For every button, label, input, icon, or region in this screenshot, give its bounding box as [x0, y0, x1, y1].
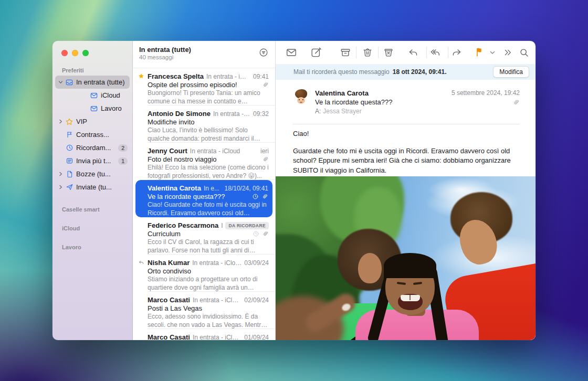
mailbox-label: In entrata - iCloud	[193, 297, 242, 304]
sidebar-item-label: iCloud	[101, 91, 128, 99]
reply-button[interactable]	[404, 45, 422, 60]
search-button[interactable]	[515, 45, 533, 60]
sidebar-item-inviate[interactable]: Inviate (tu...	[55, 181, 130, 194]
archive-button[interactable]	[337, 45, 354, 60]
mailbox-title: In entrata (tutte)	[139, 46, 269, 54]
recipient-name: Jessa Strayer	[323, 108, 361, 115]
more-toolbar-items-button[interactable]	[500, 45, 515, 60]
minimize-button[interactable]	[72, 50, 78, 56]
junk-button[interactable]	[380, 45, 397, 60]
sender: Nisha Kumar	[148, 259, 190, 267]
desktop-wallpaper: Preferiti In entrata (tutte) iCloud Lavo…	[0, 0, 588, 381]
sidebar-item-invia-piu-tardi[interactable]: Invia più t... 1	[55, 154, 130, 167]
time: 01/09/24	[244, 334, 269, 340]
paperclip-icon	[262, 230, 269, 237]
to-label: A:	[315, 108, 321, 115]
body-paragraph: Guardate che foto mi è uscita oggi in Ri…	[293, 146, 520, 175]
modifica-button[interactable]: Modifica	[493, 66, 529, 78]
preview: Ecco, adesso sono invidiosissimo. È da s…	[148, 313, 269, 329]
sender: Antonio De Simone	[148, 110, 211, 118]
message-rows: Francesca SpeltaIn entrata - iCl...09:41…	[133, 68, 275, 340]
clock-icon	[64, 144, 75, 152]
message-list: In entrata (tutte) 40 messaggi Francesca…	[133, 41, 276, 340]
reminder-banner: Mail ti ricorderà questo messaggio 18 ot…	[276, 64, 536, 80]
sidebar-item-in-entrata-tutte[interactable]: In entrata (tutte)	[55, 76, 130, 89]
message-list-header: In entrata (tutte) 40 messaggi	[133, 41, 275, 68]
trash-button[interactable]	[359, 45, 376, 60]
sidebar-section-icloud[interactable]: iCloud	[62, 225, 132, 231]
sidebar-item-label: Inviate (tu...	[76, 183, 128, 191]
sender: Marco Casati	[148, 296, 190, 304]
filter-button[interactable]	[257, 46, 270, 59]
mailbox-label: In entrata - i...	[213, 110, 250, 118]
flag-button[interactable]	[470, 45, 488, 60]
close-button[interactable]	[61, 50, 68, 56]
mail-window: Preferiti In entrata (tutte) iCloud Lavo…	[52, 41, 536, 340]
message-row-marco-casati-2[interactable]: Marco CasatiIn entrata - iCloud01/09/24	[133, 329, 275, 340]
subject: Orto condiviso	[148, 267, 269, 275]
avatar-face	[297, 97, 305, 104]
sidebar-item-bozze[interactable]: Bozze (tu...	[55, 167, 130, 181]
sidebar-section-caselle-smart[interactable]: Caselle smart	[62, 206, 132, 213]
mailbox-label: In entrata - iCloud	[190, 147, 258, 155]
reminder-clock-icon	[253, 230, 259, 237]
mailbox-label: In e...	[204, 185, 222, 192]
message-row-jenny-court[interactable]: Jenny CourtIn entrata - iCloudieri Foto …	[133, 143, 275, 180]
message-date: 5 settembre 2024, 19:42	[452, 89, 520, 97]
message-header: Valentina Carota Ve la ricordate questa?…	[276, 80, 536, 124]
toolbar-separator	[356, 47, 356, 58]
zoom-button[interactable]	[82, 50, 89, 56]
sender: Francesca Spelta	[148, 72, 204, 80]
message-row-francesca-spelta[interactable]: Francesca SpeltaIn entrata - iCl...09:41…	[133, 68, 275, 105]
subject: Ospite del prossimo episodio!	[148, 81, 262, 89]
paperclip-icon	[261, 193, 268, 200]
mailbox-label: In entrata - iCloud	[193, 334, 242, 340]
photo-person-left-face	[358, 253, 382, 283]
paperclip-icon	[262, 81, 269, 88]
flag-menu-chevron-icon[interactable]	[487, 45, 498, 60]
sender: Jenny Court	[148, 147, 187, 155]
sidebar: Preferiti In entrata (tutte) iCloud Lavo…	[52, 41, 133, 340]
star-icon	[64, 118, 75, 126]
subject: Modifiche invito	[148, 118, 269, 126]
body-paragraph: Ciao!	[293, 129, 520, 139]
forward-button[interactable]	[448, 45, 466, 60]
sender-avatar[interactable]	[293, 89, 310, 107]
chevron-right-icon[interactable]	[57, 172, 64, 176]
message-row-antonio-de-simone[interactable]: Antonio De SimoneIn entrata - i...09:32 …	[133, 105, 275, 143]
reply-all-button[interactable]	[426, 45, 444, 60]
message-row-valentina-carota-selected[interactable]: Valentina CarotaIn e...18/10/24, 09:41 V…	[135, 180, 272, 217]
sidebar-item-lavoro-inbox[interactable]: Lavoro	[55, 102, 130, 115]
sidebar-item-ricordamelo[interactable]: Ricordam... 2	[55, 141, 130, 154]
subject: Curriculum	[148, 230, 253, 238]
photo-person-center-tooth-gap	[410, 295, 411, 300]
chevron-right-icon[interactable]	[57, 185, 64, 189]
message-row-nisha-kumar[interactable]: Nisha KumarIn entrata - iCloud03/09/24 O…	[133, 255, 275, 292]
sidebar-item-contrassegnati[interactable]: Contrass...	[55, 128, 130, 141]
replied-arrow-icon	[136, 259, 146, 266]
preview: Buongiorno! Ti presento Tania: un amico …	[148, 89, 269, 105]
chevron-right-icon[interactable]	[57, 119, 64, 124]
sidebar-item-vip[interactable]: VIP	[55, 115, 130, 128]
recipient-line: A:Jessa Strayer	[315, 108, 452, 115]
get-mail-button[interactable]	[282, 45, 300, 60]
subject: Ve la ricordate questa???	[148, 193, 252, 200]
paperclip-icon	[262, 156, 269, 163]
attachment-paperclip-icon	[512, 99, 520, 106]
compose-button[interactable]	[307, 45, 325, 60]
reminder-date: 18 ott 2024, 09:41.	[393, 68, 447, 76]
sidebar-section-lavoro[interactable]: Lavoro	[62, 244, 132, 250]
message-subject: Ve la ricordate questa???	[315, 98, 452, 106]
reading-pane: Mail ti ricorderà questo messaggio 18 ot…	[276, 41, 536, 340]
da-ricordare-badge: DA RICORDARE	[225, 222, 269, 229]
preview: Ecco il CV di Carol, la ragazza di cui t…	[148, 238, 269, 255]
message-row-federico-pescarmona[interactable]: Federico PescarmonaIn ...DA RICORDARE Cu…	[133, 217, 275, 255]
subject: Foto del nostro viaggio	[148, 155, 262, 163]
envelope-icon	[89, 91, 99, 100]
sidebar-section-preferiti: Preferiti	[62, 41, 132, 73]
sidebar-item-icloud-inbox[interactable]: iCloud	[55, 89, 130, 102]
message-row-marco-casati-1[interactable]: Marco CasatiIn entrata - iCloud02/09/24 …	[133, 292, 275, 329]
chevron-down-icon[interactable]	[57, 80, 64, 84]
inline-photo-attachment[interactable]	[276, 176, 536, 340]
sidebar-item-label: Contrass...	[76, 131, 128, 139]
